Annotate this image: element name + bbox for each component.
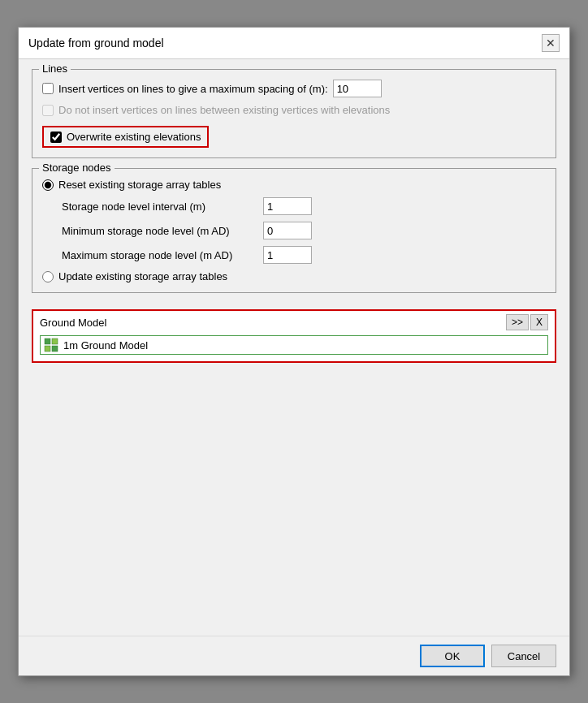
dialog-content: Lines Insert vertices on lines to give a… bbox=[19, 59, 569, 636]
ground-model-item: 1m Ground Model bbox=[40, 335, 548, 355]
update-radio-label: Update existing storage array tables bbox=[58, 270, 227, 282]
lines-group-content: Insert vertices on lines to give a maxim… bbox=[42, 80, 546, 148]
insert-vertices-row: Insert vertices on lines to give a maxim… bbox=[42, 80, 546, 97]
update-radio[interactable] bbox=[42, 271, 54, 282]
reset-radio-label: Reset existing storage array tables bbox=[58, 179, 221, 191]
reset-radio[interactable] bbox=[42, 179, 54, 191]
overwrite-elevations-row: Overwrite existing elevations bbox=[42, 126, 209, 148]
ground-model-box: Ground Model >> X 1m Ground Model bbox=[32, 309, 556, 363]
spacing-input[interactable] bbox=[333, 80, 382, 97]
max-level-label: Maximum storage node level (m AD) bbox=[62, 249, 257, 261]
svg-rect-2 bbox=[45, 346, 50, 352]
close-button[interactable]: ✕ bbox=[542, 34, 560, 52]
no-insert-checkbox bbox=[42, 105, 54, 116]
svg-rect-1 bbox=[52, 339, 58, 344]
no-insert-label: Do not insert vertices on lines between … bbox=[58, 104, 390, 116]
ok-button[interactable]: OK bbox=[420, 645, 485, 667]
ground-model-header: Ground Model >> X bbox=[40, 314, 548, 330]
no-insert-row: Do not insert vertices on lines between … bbox=[42, 104, 546, 116]
max-level-input[interactable] bbox=[263, 246, 312, 264]
min-level-input[interactable] bbox=[263, 222, 312, 239]
update-ground-model-dialog: Update from ground model ✕ Lines Insert … bbox=[18, 27, 570, 676]
min-level-label: Minimum storage node level (m AD) bbox=[62, 225, 257, 237]
min-level-row: Minimum storage node level (m AD) bbox=[62, 222, 546, 239]
storage-nodes-label: Storage nodes bbox=[39, 162, 115, 174]
svg-rect-0 bbox=[45, 339, 50, 344]
grid-icon bbox=[44, 338, 58, 352]
level-interval-input[interactable] bbox=[263, 197, 312, 215]
ground-model-title: Ground Model bbox=[40, 317, 106, 329]
reset-radio-row: Reset existing storage array tables bbox=[42, 179, 546, 191]
insert-vertices-label: Insert vertices on lines to give a maxim… bbox=[58, 83, 328, 95]
dialog-footer: OK Cancel bbox=[19, 636, 569, 675]
storage-sub-fields: Storage node level interval (m) Minimum … bbox=[62, 197, 546, 264]
gm-expand-button[interactable]: >> bbox=[506, 314, 529, 330]
svg-rect-3 bbox=[52, 346, 58, 352]
dialog-title: Update from ground model bbox=[28, 37, 164, 50]
lines-group-label: Lines bbox=[39, 63, 71, 75]
insert-vertices-checkbox[interactable] bbox=[42, 83, 54, 94]
level-interval-row: Storage node level interval (m) bbox=[62, 197, 546, 215]
gm-clear-button[interactable]: X bbox=[530, 314, 548, 330]
storage-nodes-content: Reset existing storage array tables Stor… bbox=[42, 179, 546, 282]
title-bar: Update from ground model ✕ bbox=[19, 28, 569, 59]
cancel-button[interactable]: Cancel bbox=[491, 645, 556, 667]
overwrite-elevations-label: Overwrite existing elevations bbox=[67, 131, 201, 143]
update-radio-row: Update existing storage array tables bbox=[42, 270, 546, 282]
ground-model-name: 1m Ground Model bbox=[63, 339, 148, 352]
gm-buttons: >> X bbox=[506, 314, 548, 330]
storage-nodes-group: Storage nodes Reset existing storage arr… bbox=[32, 168, 556, 293]
level-interval-label: Storage node level interval (m) bbox=[62, 201, 257, 213]
max-level-row: Maximum storage node level (m AD) bbox=[62, 246, 546, 264]
overwrite-elevations-checkbox[interactable] bbox=[50, 132, 62, 143]
lines-group: Lines Insert vertices on lines to give a… bbox=[32, 69, 556, 158]
